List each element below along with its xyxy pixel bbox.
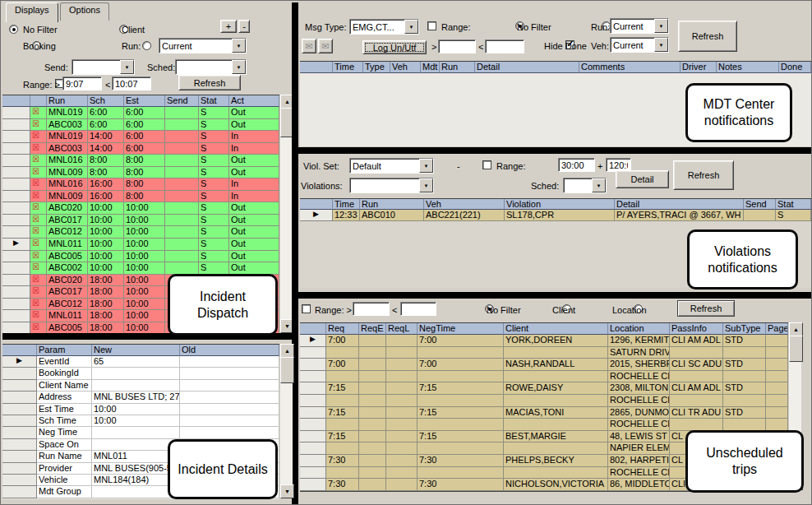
cell-negtime[interactable]: 7:15	[418, 407, 504, 419]
cell-detail[interactable]: P/ AYERS,TRACI @ 3667, WH	[615, 210, 744, 221]
cell-sch[interactable]: 8:00	[88, 167, 124, 179]
cell-sch[interactable]: 16:00	[88, 191, 124, 203]
cell-est[interactable]: 8:00	[124, 155, 165, 167]
cell-send[interactable]	[165, 167, 199, 179]
row-selector-cell[interactable]	[2, 439, 37, 451]
cell-negtime[interactable]: 7:00	[418, 359, 504, 371]
column-header[interactable]: NegTime	[418, 323, 504, 335]
cell-param[interactable]: Vehicle	[37, 475, 92, 486]
column-header[interactable]: Detail	[615, 199, 744, 210]
column-header[interactable]: Done	[779, 62, 811, 73]
column-header[interactable]: Location	[608, 323, 670, 335]
chevron-down-icon[interactable]: ▼	[419, 178, 433, 192]
cell-run[interactable]: ABC017	[47, 215, 88, 227]
column-header[interactable]: ReqE	[359, 323, 386, 335]
send-select[interactable]: ▼	[72, 59, 135, 75]
cell-sch[interactable]: 14:00	[88, 131, 124, 143]
chevron-down-icon[interactable]: ▼	[654, 38, 668, 52]
cell-req[interactable]	[326, 467, 359, 480]
table-row[interactable]: Sch Time10:00	[2, 415, 279, 427]
cell-reql[interactable]	[386, 347, 418, 359]
cell-reql[interactable]	[386, 479, 418, 491]
cell-reqe[interactable]	[359, 479, 386, 491]
sched-select[interactable]: ▼	[175, 59, 247, 75]
cell-stat[interactable]: S	[199, 251, 229, 263]
column-header[interactable]: Sch	[88, 95, 124, 107]
cell-run[interactable]: MNL009	[47, 167, 88, 179]
row-selector-cell[interactable]	[2, 286, 30, 299]
cell-reqe[interactable]	[359, 467, 386, 480]
cell-sch[interactable]: 10:00	[88, 262, 124, 275]
cell-icon[interactable]: ☒	[30, 226, 47, 239]
dispatch-range-from-input[interactable]	[62, 76, 102, 90]
cell-stat[interactable]: S	[199, 215, 229, 227]
cell-passinfo[interactable]	[670, 347, 723, 359]
cell-reqe[interactable]	[359, 347, 386, 359]
cell-est[interactable]: 10:00	[124, 239, 165, 251]
cell-client[interactable]	[504, 442, 608, 455]
cell-subtype[interactable]: STD	[723, 335, 766, 347]
tab-displays[interactable]: Displays	[6, 2, 58, 22]
cell-page[interactable]	[766, 382, 788, 395]
cell-sch[interactable]: 6:00	[88, 119, 124, 132]
cell-location[interactable]: 2015, SHERBR	[608, 359, 670, 371]
cell-new[interactable]	[92, 427, 180, 438]
unsch-range-from-input[interactable]	[353, 302, 390, 316]
cell-send[interactable]	[165, 202, 199, 215]
log-on-off-button[interactable]: Log Un/Utf	[362, 40, 427, 54]
column-header[interactable]: Veh	[390, 62, 421, 73]
cell-param[interactable]: Run Name	[37, 451, 92, 462]
chevron-down-icon[interactable]: ▼	[419, 159, 433, 173]
cell-sch[interactable]: 10:00	[88, 215, 124, 227]
cell-sch[interactable]: 6:00	[88, 107, 124, 119]
cell-subtype[interactable]: STD	[723, 407, 766, 419]
cell-act[interactable]: In	[229, 143, 279, 155]
cell-location[interactable]: 802, HARPETI	[608, 455, 670, 467]
table-row[interactable]: ▶7:007:00YORK,DOREEN1296, KERMITCLI AM A…	[300, 335, 788, 347]
cell-icon[interactable]: ☒	[30, 143, 47, 155]
cell-reql[interactable]	[386, 382, 418, 395]
cell-page[interactable]	[766, 419, 788, 431]
cell-stat[interactable]: S	[199, 143, 229, 155]
cell-req[interactable]: 7:15	[326, 407, 359, 419]
cell-reql[interactable]	[386, 335, 418, 347]
row-selector-cell[interactable]	[2, 368, 37, 379]
cell-req[interactable]	[326, 395, 359, 407]
cell-icon[interactable]: ☒	[30, 262, 47, 275]
row-selector-cell[interactable]	[300, 371, 326, 383]
cell-location[interactable]: ROCHELLE CE	[608, 419, 670, 431]
row-selector-cell[interactable]	[300, 359, 326, 371]
cell-run[interactable]: MNL016	[47, 155, 88, 167]
cell-sch[interactable]: 14:00	[88, 143, 124, 155]
viol-detail-button[interactable]: Detail	[616, 170, 669, 188]
cell-run[interactable]: MNL009	[47, 191, 88, 203]
cell-req[interactable]: 7:30	[326, 479, 359, 491]
cell-est[interactable]: 8:00	[124, 178, 165, 191]
column-header[interactable]: PassInfo	[670, 323, 723, 335]
table-row[interactable]: SATURN DRIV	[300, 347, 788, 359]
cell-client[interactable]	[504, 491, 608, 492]
chevron-down-icon[interactable]: ▼	[120, 60, 134, 74]
row-selector-cell[interactable]	[2, 202, 30, 215]
scroll-up-icon[interactable]: ▲	[789, 322, 803, 336]
column-header[interactable]: Stat	[199, 95, 229, 107]
column-header[interactable]: Run	[47, 95, 88, 107]
row-selector-cell[interactable]	[2, 391, 37, 403]
cell-client[interactable]	[504, 467, 608, 480]
cell-negtime[interactable]	[418, 442, 504, 455]
table-row[interactable]: AddressMNL BUSES LTD; 27	[2, 391, 279, 403]
cell-send[interactable]	[165, 155, 199, 167]
column-header[interactable]: Est	[124, 95, 165, 107]
dispatch-run-select[interactable]: Current ▼	[159, 38, 247, 53]
cell-client[interactable]: BEST,MARGIE	[504, 431, 608, 443]
cell-act[interactable]: Out	[229, 119, 279, 132]
dispatch-refresh-button[interactable]: Refresh	[178, 75, 241, 90]
table-row[interactable]: ☒ABC01710:0010:00SOut	[2, 215, 279, 227]
row-selector-cell[interactable]	[2, 415, 37, 427]
cell-old[interactable]	[180, 356, 279, 368]
column-header[interactable]: Send	[165, 95, 199, 107]
cell-location[interactable]: NAPIER ELEM	[608, 442, 670, 455]
column-header[interactable]: ReqL	[386, 323, 418, 335]
viol-range-from-input[interactable]	[558, 158, 595, 172]
cell-stat[interactable]: S	[199, 167, 229, 179]
